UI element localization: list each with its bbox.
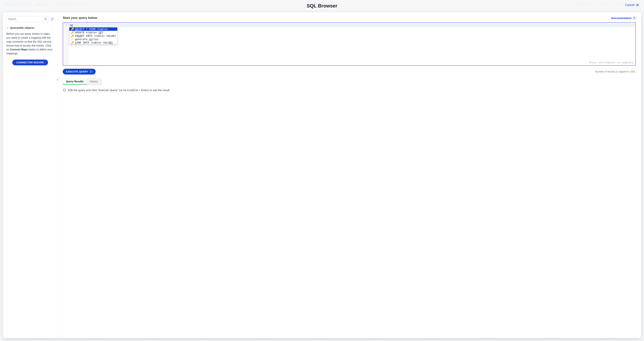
sql-browser-modal: SQL Browser Cancel xyxy=(0,0,644,341)
line-number: 1 xyxy=(63,24,67,27)
queryable-objects-header[interactable]: Queryable objects xyxy=(6,26,54,29)
collapse-sidebar-button[interactable] xyxy=(56,78,60,82)
autocomplete-item[interactable]: 🔑UPDATE <table> SET xyxy=(69,31,117,34)
autocomplete-item[interactable]: 🔑INSERT INTO <table> VALUES xyxy=(69,34,117,38)
autocomplete-item[interactable]: 🔑SELECT * FROM <table> xyxy=(69,28,117,31)
connector-wizard-button[interactable]: CONNECTOR WIZARD xyxy=(12,60,48,65)
editor-current-line: SE xyxy=(68,24,636,27)
autocomplete-text: generate_series xyxy=(75,38,98,41)
code-area[interactable]: SE 🔑SELECT * FROM <table>🔑UPDATE <table>… xyxy=(68,23,636,65)
modal-panel: Queryable objects Before you can query e… xyxy=(3,12,641,338)
results-placeholder: Edit the query and click "Execute Query"… xyxy=(63,88,636,92)
result-tabs: Query Results History xyxy=(63,78,636,84)
autocomplete-item[interactable]: 🔑SINK INTO <table> VALUES xyxy=(69,41,117,44)
keyword-icon: 🔑 xyxy=(71,34,74,37)
records-cap-note: Number of records is capped to 1000. xyxy=(595,70,636,73)
keyword-icon: 🔑 xyxy=(71,28,74,31)
sql-editor[interactable]: 1 SE 🔑SELECT * FROM <table>🔑UPDATE <tabl… xyxy=(63,22,636,66)
play-circle-icon xyxy=(90,70,92,73)
execute-query-button[interactable]: EXECUTE QUERY xyxy=(63,69,96,74)
sidebar: Queryable objects Before you can query e… xyxy=(3,12,58,338)
keyword-icon: 🔑 xyxy=(71,31,74,34)
keyword-icon: 🔑 xyxy=(71,41,74,44)
autocomplete-text: INSERT INTO <table> VALUES xyxy=(75,34,116,37)
autocomplete-text: SELECT * FROM <table> xyxy=(75,28,108,31)
autocomplete-text: UPDATE <table> SET xyxy=(75,31,103,34)
documentation-link[interactable]: Documentation xyxy=(611,16,636,20)
editor-hint: Press <Ctrl+Space> to complete xyxy=(589,61,633,64)
svg-point-1 xyxy=(90,70,92,73)
editor-gutter: 1 xyxy=(63,23,68,65)
svg-point-0 xyxy=(45,18,46,20)
info-icon xyxy=(63,88,66,92)
search-icon xyxy=(44,18,47,20)
autocomplete-text: SINK INTO <table> VALUES xyxy=(75,41,113,44)
tab-query-results[interactable]: Query Results xyxy=(63,78,87,84)
editor-text: SE xyxy=(70,24,73,27)
results-placeholder-text: Edit the query and click "Execute Query"… xyxy=(68,88,170,92)
close-icon xyxy=(636,3,640,7)
sidebar-help-text: Before you can query entries in maps, yo… xyxy=(6,32,54,56)
autocomplete-item[interactable]: ƒgenerate_series xyxy=(69,38,117,41)
cancel-label: Cancel xyxy=(625,3,634,7)
main-area: Start your query below Documentation 1 S… xyxy=(58,12,641,338)
autocomplete-popup[interactable]: 🔑SELECT * FROM <table>🔑UPDATE <table> SE… xyxy=(69,27,118,44)
search-box[interactable] xyxy=(6,16,49,22)
chevron-double-left-icon xyxy=(56,78,59,81)
tab-history[interactable]: History xyxy=(87,78,101,84)
document-icon xyxy=(633,16,636,20)
cancel-button[interactable]: Cancel xyxy=(625,3,640,7)
main-heading: Start your query below xyxy=(63,16,97,20)
section-title-text: Queryable objects xyxy=(10,26,34,29)
modal-title: SQL Browser xyxy=(307,3,337,9)
function-icon: ƒ xyxy=(71,38,74,41)
search-input[interactable] xyxy=(8,18,44,20)
refresh-icon[interactable] xyxy=(50,17,54,21)
chevron-up-icon xyxy=(6,26,9,29)
